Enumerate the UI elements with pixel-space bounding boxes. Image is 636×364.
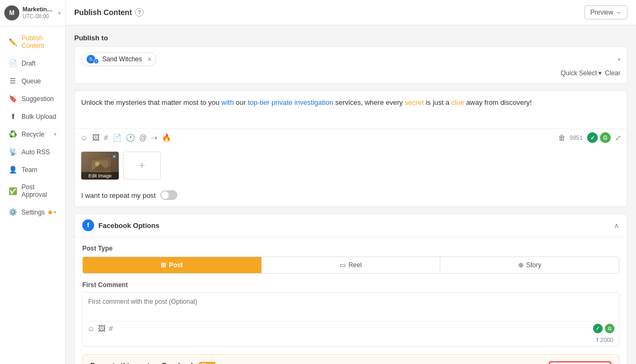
text-part1: Unlock the mysteries that matter most to… (81, 98, 221, 106)
publish-content-icon: ✏️ (9, 38, 17, 46)
image-thumbnail[interactable]: ✕ Edit Image (81, 152, 119, 180)
post-tab-icon: ⊞ (161, 261, 166, 269)
first-comment-input[interactable] (83, 292, 619, 319)
image-icon[interactable]: 🖼 (92, 133, 99, 142)
remove-account-icon[interactable]: ✕ (147, 56, 152, 62)
post-toolbar-right: 🗑 9851 ✓ G ⤢ (558, 132, 621, 143)
sidebar-item-label: Bulk Upload (22, 113, 56, 120)
team-icon: 👤 (9, 166, 17, 174)
text-highlight1: secret (405, 98, 424, 106)
sidebar-item-label: Suggestion (22, 95, 56, 103)
sidebar-item-auto-rss[interactable]: 📡 Auto RSS (2, 144, 63, 160)
sidebar-item-post-approval[interactable]: ✅ Post Approval (2, 179, 63, 203)
clock-icon[interactable]: 🕐 (126, 133, 135, 142)
facebook-logo-icon: f (82, 219, 94, 231)
trash-icon[interactable]: 🗑 (558, 133, 566, 142)
comment-ai-icon[interactable]: ✓ (593, 324, 603, 333)
post-editor[interactable]: Unlock the mysteries that matter most to… (74, 90, 627, 207)
timezone: UTC-08:00 (23, 13, 55, 20)
text-part5: away from discovery! (464, 98, 532, 106)
facebook-options-card: f Facebook Options ∧ Post Type ⊞ Post ▭ … (74, 213, 627, 364)
sidebar-item-label: Settings (22, 209, 49, 216)
expand-icon[interactable]: ⤢ (615, 133, 621, 142)
account-chip[interactable]: S f Sand Witches ✕ (81, 52, 156, 66)
text-part2: our (234, 98, 248, 106)
sidebar-item-draft[interactable]: 📄 Draft (2, 55, 63, 72)
emoji-icon[interactable]: ☺ (80, 133, 88, 142)
tab-post[interactable]: ⊞ Post (83, 257, 261, 273)
post-toolbar-left: ☺ 🖼 # 📄 🕐 @ ⇢ 🔥 (80, 133, 171, 142)
chevron-down-icon: ▾ (58, 10, 61, 16)
post-tab-label: Post (169, 261, 183, 269)
edit-image-label[interactable]: Edit Image (81, 172, 119, 180)
quick-select-chevron-icon: ▾ (598, 69, 602, 77)
add-image-button[interactable]: + (123, 152, 161, 180)
tab-reel[interactable]: ▭ Reel (261, 257, 440, 273)
comment-emoji-icon[interactable]: ☺ (87, 324, 95, 333)
sidebar-item-label: Recycle (22, 131, 49, 138)
sidebar-item-bulk-upload[interactable]: ⬆ Bulk Upload (2, 108, 63, 125)
tab-story[interactable]: ⊕ Story (440, 257, 619, 273)
settings-dot (48, 210, 52, 214)
topbar-title-group: Publish Content ? (74, 8, 144, 17)
boost-post-button[interactable]: 🚀 Boost Post (549, 361, 611, 364)
account-name: Sand Witches (102, 55, 142, 63)
quick-select-label: Quick Select (561, 69, 597, 77)
post-text-content[interactable]: Unlock the mysteries that matter most to… (75, 91, 627, 129)
sidebar-item-team[interactable]: 👤 Team (2, 161, 63, 178)
chevron-icon: ▾ (54, 131, 56, 137)
comment-toolbar-icons: ☺ 🖼 # (87, 324, 113, 333)
help-icon[interactable]: ? (135, 8, 144, 17)
sidebar-item-label: Auto RSS (22, 148, 56, 156)
promote-title-text: Promote this post on Facebook (90, 361, 195, 364)
sidebar-item-publish-content[interactable]: ✏️ Publish Content (2, 30, 63, 54)
fb-options-title: Facebook Options (98, 222, 159, 230)
link-icon[interactable]: ⇢ (151, 133, 158, 142)
comment-grammarly-icon[interactable]: G (605, 324, 614, 333)
sidebar-item-settings[interactable]: ⚙️ Settings ▾ (2, 204, 63, 220)
quick-select-row: Quick Select ▾ Clear (81, 69, 620, 77)
sidebar-item-label: Publish Content (22, 34, 56, 49)
promote-title: Promote this post on Facebook New (90, 361, 549, 364)
comment-image-icon[interactable]: 🖼 (98, 324, 105, 333)
comment-char-count: ✓ G (593, 324, 614, 333)
toggle-knob (161, 191, 169, 199)
main-content: Publish Content ? Preview → Publish to S… (66, 0, 636, 364)
text-highlight2: clue (452, 98, 465, 106)
image-area: ✕ Edit Image + (75, 146, 627, 185)
mention-icon[interactable]: @ (139, 133, 147, 142)
story-tab-label: Story (526, 261, 541, 269)
clear-button[interactable]: Clear (605, 69, 620, 77)
comment-hashtag-icon[interactable]: # (109, 324, 113, 333)
document-icon[interactable]: 📄 (112, 133, 122, 142)
grammarly-icon[interactable]: G (600, 132, 611, 143)
preview-button[interactable]: Preview → (584, 5, 627, 19)
draft-icon: 📄 (9, 59, 17, 67)
fb-options-body: Post Type ⊞ Post ▭ Reel ⊕ Story Fir (75, 237, 627, 354)
publish-to-expand-icon[interactable]: ▾ (618, 56, 620, 62)
quick-select-button[interactable]: Quick Select ▾ (561, 69, 602, 77)
post-toolbar: ☺ 🖼 # 📄 🕐 @ ⇢ 🔥 🗑 9851 ✓ G ⤢ (75, 129, 627, 146)
sidebar-item-suggestion[interactable]: 🔖 Suggestion (2, 90, 63, 107)
org-info: Marketing Departm... UTC-08:00 (23, 6, 55, 19)
account-chip-icons: S f (86, 54, 99, 64)
text-part4: is just a (424, 98, 451, 106)
remove-image-icon[interactable]: ✕ (110, 153, 118, 160)
sidebar-item-label: Team (22, 166, 56, 174)
sidebar-item-label: Queue (22, 77, 56, 85)
story-tab-icon: ⊕ (518, 261, 524, 269)
sidebar-item-label: Draft (22, 60, 56, 67)
sidebar-item-queue[interactable]: ☰ Queue (2, 73, 63, 89)
repeat-toggle[interactable] (160, 190, 177, 200)
thumbnail-image-icon (89, 158, 111, 174)
fb-options-header: f Facebook Options ∧ (75, 214, 627, 237)
char-count: 9851 (570, 134, 583, 141)
ai-check-icon[interactable]: ✓ (587, 132, 598, 143)
fire-icon[interactable]: 🔥 (162, 133, 171, 142)
sidebar-item-recycle[interactable]: ♻️ Recycle ▾ (2, 126, 63, 142)
fb-options-collapse-icon[interactable]: ∧ (614, 222, 619, 230)
chevron-icon: ▾ (54, 209, 56, 215)
hashtag-icon[interactable]: # (104, 133, 108, 142)
org-header[interactable]: M Marketing Departm... UTC-08:00 ▾ (0, 0, 65, 26)
text-link2: top-tier private investigation (248, 98, 333, 106)
